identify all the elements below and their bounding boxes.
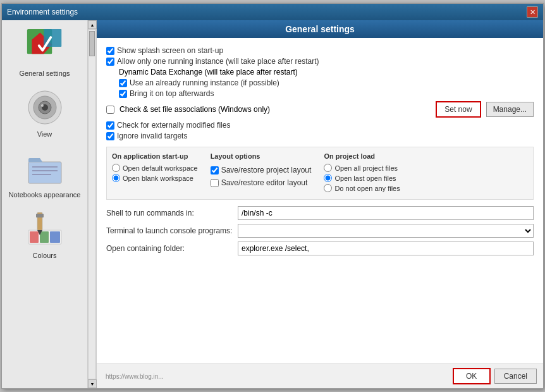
folder-input[interactable]: [238, 242, 534, 255]
file-assoc-row: Check & set file associations (Windows o…: [106, 101, 534, 118]
open-last-label: Open last open files: [334, 175, 396, 182]
content-area: General settings View: [2, 20, 543, 388]
save-project-row: Save/restore project layout: [211, 166, 312, 175]
dde-row: Dynamic Data Exchange (will take place a…: [119, 68, 534, 77]
view-icon: [25, 87, 65, 128]
shell-label: Shell to run commands in:: [106, 209, 233, 217]
sidebar-label-general: General settings: [19, 70, 70, 77]
use-running-label: Use an already running instance (if poss…: [130, 78, 279, 87]
layout-section: Layout options Save/restore project layo…: [211, 152, 312, 194]
layout-title: Layout options: [211, 152, 312, 160]
open-all-radio[interactable]: [324, 164, 332, 172]
sidebar-label-notebooks: Notebooks appearance: [9, 191, 81, 199]
save-editor-checkbox[interactable]: [211, 179, 219, 187]
use-running-checkbox[interactable]: [119, 79, 127, 87]
sidebar-label-view: View: [37, 130, 52, 138]
sidebar-item-colours[interactable]: Colours: [2, 204, 87, 264]
scroll-track: [88, 29, 96, 379]
check-modified-checkbox[interactable]: [106, 121, 114, 130]
svg-rect-8: [28, 162, 61, 183]
svg-rect-15: [50, 231, 60, 243]
bring-on-top-checkbox[interactable]: [119, 90, 127, 98]
svg-rect-13: [30, 231, 39, 243]
svg-rect-17: [36, 214, 44, 217]
check-modified-row: Check for externally modified files: [106, 121, 534, 130]
sidebar-item-view[interactable]: View: [2, 82, 87, 143]
three-cols-section: On application start-up Open default wor…: [106, 147, 534, 200]
save-editor-row: Save/restore editor layout: [211, 178, 312, 187]
folder-row: Open containing folder:: [106, 242, 534, 255]
default-workspace-label: Open default workspace: [123, 164, 198, 172]
folder-label: Open containing folder:: [106, 244, 233, 253]
bring-on-top-row: Bring it on top afterwards: [119, 89, 534, 98]
page-title: General settings: [97, 20, 543, 38]
main-window: Environment settings ✕: [1, 3, 544, 389]
set-now-button[interactable]: Set now: [436, 101, 481, 118]
blank-workspace-radio[interactable]: [112, 174, 120, 182]
general-settings-icon: [25, 27, 65, 67]
scroll-up-button[interactable]: ▲: [88, 20, 97, 29]
save-project-label: Save/restore project layout: [221, 166, 312, 175]
file-assoc-label: Check & set file associations (Windows o…: [119, 105, 431, 114]
url-hint: https://www.blog.in...: [106, 373, 164, 380]
notebooks-appearance-icon: [25, 148, 65, 188]
title-bar: Environment settings ✕: [2, 4, 543, 20]
ignore-invalid-checkbox[interactable]: [106, 132, 114, 140]
sidebar-item-notebooks-appearance[interactable]: Notebooks appearance: [2, 143, 87, 204]
scroll-thumb[interactable]: [89, 31, 95, 56]
radio-blank-workspace: Open blank workspace: [112, 174, 198, 182]
dde-label: Dynamic Data Exchange (will take place a…: [119, 68, 298, 77]
sidebar-item-general-settings[interactable]: General settings: [2, 21, 87, 82]
ignore-invalid-label: Ignore invalid targets: [117, 132, 187, 140]
open-none-radio[interactable]: [324, 184, 332, 192]
show-splash-row: Show splash screen on start-up: [106, 46, 534, 55]
file-assoc-checkbox[interactable]: [106, 106, 114, 114]
show-splash-label: Show splash screen on start-up: [117, 46, 223, 55]
project-load-section: On project load Open all project files O…: [324, 152, 400, 194]
check-modified-label: Check for externally modified files: [117, 121, 230, 130]
project-load-title: On project load: [324, 152, 400, 160]
startup-section: On application start-up Open default wor…: [112, 152, 198, 194]
blank-workspace-label: Open blank workspace: [123, 175, 193, 182]
main-panel: General settings Show splash screen on s…: [97, 20, 543, 388]
use-running-row: Use an already running instance (if poss…: [119, 78, 534, 87]
svg-rect-14: [40, 231, 49, 243]
startup-title: On application start-up: [112, 152, 198, 160]
save-project-checkbox[interactable]: [211, 166, 219, 175]
terminal-select[interactable]: [238, 224, 534, 238]
ignore-invalid-row: Ignore invalid targets: [106, 132, 534, 140]
single-instance-label: Allow only one running instance (will ta…: [117, 57, 319, 66]
radio-open-none: Do not open any files: [324, 184, 400, 192]
shell-input[interactable]: [238, 206, 534, 220]
single-instance-checkbox[interactable]: [106, 58, 114, 66]
window-title: Environment settings: [7, 8, 78, 16]
show-splash-checkbox[interactable]: [106, 47, 114, 55]
sidebar-scrollbar: ▲ ▼: [88, 20, 97, 388]
colours-icon: [25, 209, 65, 249]
bottom-bar: https://www.blog.in... OK Cancel: [97, 364, 543, 388]
terminal-row: Terminal to launch console programs:: [106, 224, 534, 238]
sidebar-label-colours: Colours: [33, 252, 57, 259]
svg-point-7: [41, 104, 44, 107]
manage-button[interactable]: Manage...: [486, 102, 534, 117]
save-editor-label: Save/restore editor layout: [221, 178, 308, 187]
bring-on-top-label: Bring it on top afterwards: [130, 89, 214, 98]
radio-open-last: Open last open files: [324, 174, 400, 182]
shell-row: Shell to run commands in:: [106, 206, 534, 220]
cancel-button[interactable]: Cancel: [494, 369, 537, 384]
radio-default-workspace: Open default workspace: [112, 164, 198, 172]
open-last-radio[interactable]: [324, 174, 332, 182]
open-none-label: Do not open any files: [334, 185, 400, 192]
ok-button[interactable]: OK: [453, 368, 491, 384]
sidebar-inner: General settings View: [2, 20, 88, 388]
layout-checkboxes: Save/restore project layout Save/restore…: [211, 164, 312, 189]
scroll-down-button[interactable]: ▼: [88, 379, 97, 388]
radio-open-all: Open all project files: [324, 164, 400, 172]
terminal-label: Terminal to launch console programs:: [106, 226, 233, 235]
sidebar: General settings View: [2, 20, 97, 388]
default-workspace-radio[interactable]: [112, 164, 120, 172]
single-instance-row: Allow only one running instance (will ta…: [106, 57, 534, 66]
close-button[interactable]: ✕: [527, 6, 538, 18]
open-all-label: Open all project files: [334, 164, 398, 172]
settings-content: Show splash screen on start-up Allow onl…: [97, 38, 543, 364]
